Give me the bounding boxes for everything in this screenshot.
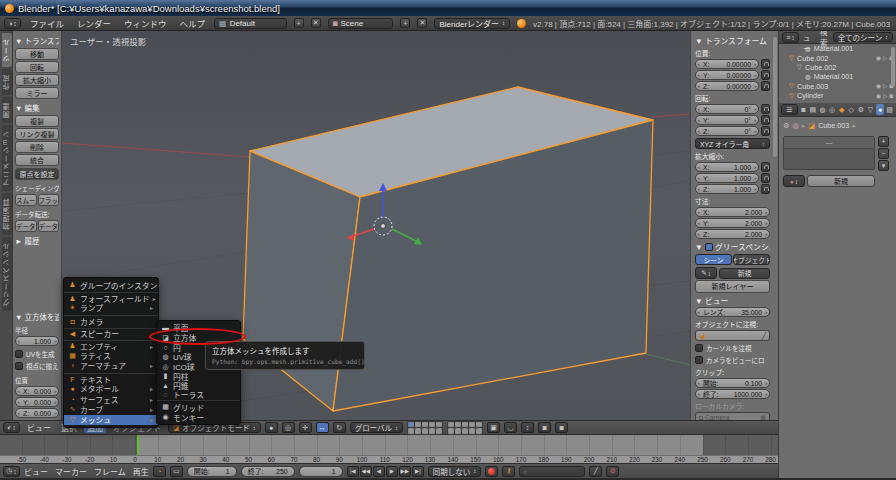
- grease-pencil-pencil-dropdown[interactable]: ✎↕: [695, 267, 717, 279]
- location-field[interactable]: Z:0.00000: [695, 81, 759, 91]
- outliner-row[interactable]: ▽ Cube.002 ◉▷◙: [779, 53, 896, 62]
- grease-pencil-checkbox[interactable]: [705, 243, 713, 251]
- mesh-submenu-item[interactable]: ▮ 円柱: [157, 371, 240, 381]
- lock-object-field[interactable]: ◪╱: [695, 330, 770, 341]
- layer-cell[interactable]: [436, 422, 442, 428]
- location-field[interactable]: Y:0.000: [15, 397, 59, 407]
- mesh-submenu-item[interactable]: ▲ 円錐: [157, 381, 240, 391]
- eyedropper-icon[interactable]: ╱: [762, 332, 766, 340]
- play-icon[interactable]: ▶: [386, 466, 398, 477]
- camera-to-view-checkbox[interactable]: [695, 356, 703, 364]
- visibility-eye-icon[interactable]: ◉: [876, 93, 881, 99]
- menubar-item[interactable]: ウィンドウ: [122, 17, 169, 29]
- view-panel-header[interactable]: ▼ ビュー: [695, 295, 770, 306]
- layer-cell[interactable]: [462, 428, 468, 434]
- scale-field[interactable]: Y:1.000: [695, 173, 759, 183]
- translate-manipulator-button[interactable]: ↔: [316, 422, 329, 433]
- layer-cell[interactable]: [448, 428, 454, 434]
- grease-pencil-source-toggle[interactable]: シーン: [695, 254, 732, 265]
- lock-icon[interactable]: [761, 104, 770, 114]
- add-menu-item[interactable]: ♟ フォースフィールド ▸: [64, 292, 158, 302]
- render-layers-tab[interactable]: ▤: [809, 104, 818, 115]
- rotation-field[interactable]: Y:0°: [695, 115, 759, 125]
- editor-type-button[interactable]: ☰: [781, 104, 798, 115]
- menubar-item[interactable]: レンダー: [75, 17, 113, 29]
- layer-cell[interactable]: [476, 422, 482, 428]
- shading-button[interactable]: スムーズ: [15, 194, 37, 206]
- selectability-arrow-icon[interactable]: ▷: [883, 83, 887, 89]
- lock-icon[interactable]: [761, 126, 770, 136]
- outliner-row[interactable]: ▽ Cube.002 ◉▷◙: [779, 63, 896, 72]
- transform-tool-button[interactable]: 移動: [15, 48, 59, 60]
- add-layout-button[interactable]: +: [294, 18, 304, 28]
- scene-selector[interactable]: ◙Scene: [328, 18, 394, 29]
- object-tab[interactable]: ◆: [837, 104, 846, 115]
- keying-clear-button[interactable]: ⊘: [606, 466, 619, 477]
- dimension-field[interactable]: Z:2.000: [695, 229, 770, 239]
- transform-orientation-select[interactable]: グローバル↕: [350, 422, 403, 433]
- rotation-mode-select[interactable]: XYZ オイラー角↕: [695, 138, 770, 149]
- clip-start-field[interactable]: 開始:0.100: [695, 378, 770, 388]
- sync-mode-select[interactable]: 同期しない↕: [428, 466, 482, 477]
- edit-tool-button[interactable]: 削除: [15, 141, 59, 153]
- material-tab[interactable]: ●: [876, 104, 885, 115]
- timeline-menu-item[interactable]: 再生: [133, 466, 149, 477]
- lock-to-cursor-checkbox[interactable]: [695, 344, 703, 352]
- manipulator-toggle-button[interactable]: ✛: [299, 422, 312, 433]
- lock-icon[interactable]: [761, 70, 770, 80]
- tool-shelf-tab[interactable]: ツール: [2, 33, 12, 67]
- play-reverse-icon[interactable]: ◀: [373, 466, 385, 477]
- snap-element-select[interactable]: ↕: [521, 422, 534, 433]
- edit-tool-button[interactable]: 複製: [15, 115, 59, 127]
- add-menu-item[interactable]: F テキスト ▸: [64, 373, 158, 383]
- scene-tab[interactable]: ◍: [818, 104, 827, 115]
- outliner-scrollbar[interactable]: [891, 47, 895, 87]
- renderability-camera-icon[interactable]: ◙: [889, 93, 893, 99]
- mesh-submenu-item[interactable]: ◌ トーラス: [157, 391, 240, 401]
- redo-panel-header[interactable]: ▼ 立方体を追加: [15, 311, 59, 322]
- timeline-menu-item[interactable]: ビュー: [24, 466, 48, 477]
- add-menu-item[interactable]: ◀ スピーカー ▸: [64, 328, 158, 338]
- local-camera-field[interactable]: ◘Camera⊠: [695, 412, 770, 420]
- frame-end-field[interactable]: 終了:250: [241, 466, 295, 477]
- transform-panel-header[interactable]: ▼ トランスフォーム: [695, 35, 770, 46]
- material-browse-dropdown[interactable]: ●↕: [783, 175, 805, 187]
- layer-cell[interactable]: [408, 422, 414, 428]
- selectability-arrow-icon[interactable]: ▷: [883, 93, 887, 99]
- keying-set-dropdown[interactable]: ⚷: [502, 466, 515, 477]
- tool-shelf-tab[interactable]: グリースペンシル: [2, 237, 12, 311]
- edit-tool-button[interactable]: 統合: [15, 154, 59, 166]
- material-slot-list[interactable]: —: [783, 136, 875, 170]
- menubar-item[interactable]: ヘルプ: [178, 17, 208, 29]
- layer-cell[interactable]: [469, 422, 475, 428]
- location-field[interactable]: X:0.000: [15, 386, 59, 396]
- render-tab[interactable]: ◙: [799, 104, 808, 115]
- keying-eyedropper-button[interactable]: ╱: [589, 466, 602, 477]
- rotation-field[interactable]: X:0°: [695, 104, 759, 114]
- layer-cell[interactable]: [448, 422, 454, 428]
- tool-shelf-tab[interactable]: 関連: [2, 97, 12, 123]
- add-slot-button[interactable]: +: [878, 136, 889, 147]
- layer-cell[interactable]: [429, 422, 435, 428]
- shading-button[interactable]: フラット: [38, 194, 60, 206]
- remove-slot-button[interactable]: −: [878, 148, 889, 159]
- layer-cell[interactable]: [469, 428, 475, 434]
- layer-cell[interactable]: [455, 428, 461, 434]
- delete-layout-button[interactable]: ✕: [311, 18, 321, 28]
- render-engine-select[interactable]: Blenderレンダー↕: [434, 18, 510, 29]
- viewport-shading-button[interactable]: ●: [265, 422, 278, 433]
- tool-shelf-tab[interactable]: 物理演算: [2, 193, 12, 235]
- timeline-menu-item[interactable]: フレーム: [94, 466, 126, 477]
- world-tab[interactable]: ◎: [828, 104, 837, 115]
- snap-magnet-button[interactable]: ◡: [504, 422, 517, 433]
- mesh-submenu-item[interactable]: ◉ モンキー: [157, 412, 240, 422]
- add-menu-item[interactable]: ♟ グループのインスタンス ▸: [64, 280, 158, 290]
- rotate-manipulator-button[interactable]: ↻: [333, 422, 346, 433]
- grease-pencil-new-button[interactable]: 新規: [719, 268, 770, 279]
- lock-icon[interactable]: [761, 115, 770, 125]
- layer-cell[interactable]: [476, 428, 482, 434]
- outliner-filter-select[interactable]: 全てのシーン↕: [833, 32, 893, 42]
- lock-icon[interactable]: [761, 59, 770, 69]
- delete-scene-button[interactable]: ✕: [417, 18, 427, 28]
- history-section-header[interactable]: ► 履歴: [15, 235, 59, 246]
